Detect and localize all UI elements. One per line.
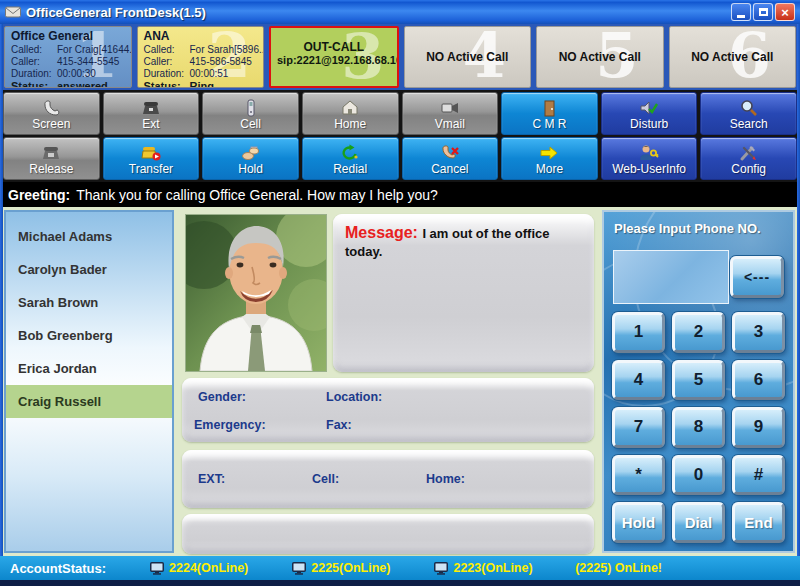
account-status-bar: AccountStatus: 2224(OnLine) 2225(OnLine)…: [0, 556, 800, 580]
call-panel-6[interactable]: 6 NO Active Call: [669, 26, 797, 88]
account-status-text: 2224(OnLine): [169, 561, 248, 575]
call-panel-1[interactable]: 1 Office General Called:For Craig[41644.…: [4, 26, 132, 88]
key-3[interactable]: 3: [732, 312, 785, 353]
key-4[interactable]: 4: [612, 360, 665, 401]
app-window: OfficeGeneral FrontDesk(1.5) × 1 Office …: [0, 0, 800, 586]
hold-key[interactable]: Hold: [612, 502, 665, 543]
end-key[interactable]: End: [732, 502, 785, 543]
redial-button[interactable]: Redial: [302, 137, 399, 180]
call-panel-3[interactable]: 3 OUT-CALL sip:2221@192.168.68.16: [269, 26, 399, 88]
button-label: Release: [29, 163, 73, 175]
arrow-right-icon: [539, 142, 559, 162]
transfer-button[interactable]: Transfer: [103, 137, 200, 180]
call-panel-2[interactable]: 2 ANA Called:For Sarah[5896.. Caller:415…: [137, 26, 265, 88]
button-label: More: [536, 163, 563, 175]
sip-address: sip:2221@192.168.68.16: [277, 54, 391, 66]
speaker-check-icon: [639, 97, 659, 117]
key-1[interactable]: 1: [612, 312, 665, 353]
message-label: Message:: [345, 224, 418, 241]
called-value: For Craig[41644..: [57, 44, 132, 55]
cellphone-icon: [241, 97, 261, 117]
home-icon: [340, 97, 360, 117]
contact-detail-panel: Message: I am out of the office today. G…: [178, 207, 596, 556]
button-label: Vmail: [435, 118, 465, 130]
status-value: Ring: [190, 80, 214, 88]
cmr-button[interactable]: C M R: [501, 92, 598, 135]
call-panel-4[interactable]: 4 NO Active Call: [404, 26, 532, 88]
main-area: Michael Adams Carolyn Bader Sarah Brown …: [0, 207, 800, 556]
key-star[interactable]: *: [612, 455, 665, 496]
info-panel-phones: EXT: Cell: Home:: [182, 450, 594, 508]
minimize-button[interactable]: [731, 3, 751, 21]
contact-item[interactable]: Erica Jordan: [6, 352, 172, 385]
home-button[interactable]: Home: [302, 92, 399, 135]
button-label: Redial: [333, 163, 367, 175]
phone-number-display[interactable]: [613, 250, 729, 304]
handset-cancel-icon: [440, 142, 460, 162]
duration-value: 00:00:51: [190, 68, 229, 79]
keypad-grid: 1 2 3 4 5 6 7 8 9 * 0 # Hold Dial End: [612, 312, 785, 543]
status-value: answered: [57, 80, 108, 88]
location-label: Location:: [326, 390, 382, 404]
contact-item[interactable]: Carolyn Bader: [6, 253, 172, 286]
handset-icon: [41, 97, 61, 117]
contact-item-selected[interactable]: Craig Russell: [6, 385, 172, 418]
contact-item[interactable]: Michael Adams: [6, 220, 172, 253]
call-panel-title: ANA: [144, 29, 258, 43]
contact-item[interactable]: Sarah Brown: [6, 286, 172, 319]
button-label: Transfer: [129, 163, 173, 175]
button-label: Search: [730, 118, 768, 130]
ext-button[interactable]: Ext: [103, 92, 200, 135]
cancel-button[interactable]: Cancel: [402, 137, 499, 180]
backspace-key[interactable]: <---: [730, 256, 784, 298]
button-label: Config: [731, 163, 766, 175]
button-label: Ext: [142, 118, 159, 130]
message-panel: Message: I am out of the office today.: [333, 214, 594, 372]
key-hash[interactable]: #: [732, 455, 785, 496]
key-5[interactable]: 5: [672, 360, 725, 401]
ext-label: EXT:: [198, 472, 225, 486]
caller-label: Caller:: [144, 56, 190, 68]
contact-item[interactable]: Bob Greenberg: [6, 319, 172, 352]
close-button[interactable]: ×: [775, 3, 795, 21]
button-label: Cancel: [431, 163, 468, 175]
duration-label: Duration:: [11, 68, 57, 80]
toolbar-row-2: Release Transfer Hold Redial Cancel More: [3, 137, 797, 180]
more-button[interactable]: More: [501, 137, 598, 180]
maximize-button[interactable]: [753, 3, 773, 21]
web-userinfo-button[interactable]: Web-UserInfo: [601, 137, 698, 180]
duration-label: Duration:: [144, 68, 190, 80]
call-line-panels: 1 Office General Called:For Craig[41644.…: [0, 24, 800, 90]
cell-button[interactable]: Cell: [202, 92, 299, 135]
search-button[interactable]: Search: [700, 92, 797, 135]
key-0[interactable]: 0: [672, 455, 725, 496]
status-label: Status:: [11, 80, 57, 88]
release-button[interactable]: Release: [3, 137, 100, 180]
config-button[interactable]: Config: [700, 137, 797, 180]
outcall-title: OUT-CALL: [277, 40, 391, 54]
window-frame-left: [0, 24, 3, 556]
call-panel-5[interactable]: 5 NO Active Call: [536, 26, 664, 88]
dial-key[interactable]: Dial: [672, 502, 725, 543]
video-camera-icon: [440, 97, 460, 117]
computer-icon: [434, 562, 448, 575]
key-8[interactable]: 8: [672, 407, 725, 448]
keypad-prompt: Please Input Phone NO.: [614, 221, 761, 236]
key-9[interactable]: 9: [732, 407, 785, 448]
key-2[interactable]: 2: [672, 312, 725, 353]
hold-button[interactable]: Hold: [202, 137, 299, 180]
key-6[interactable]: 6: [732, 360, 785, 401]
button-label: C M R: [532, 118, 566, 130]
disturb-button[interactable]: Disturb: [601, 92, 698, 135]
button-label: Hold: [238, 163, 263, 175]
called-label: Called:: [11, 44, 57, 56]
screen-button[interactable]: Screen: [3, 92, 100, 135]
called-label: Called:: [144, 44, 190, 56]
window-title: OfficeGeneral FrontDesk(1.5): [26, 5, 206, 20]
account-status-label: AccountStatus:: [10, 561, 106, 576]
vmail-button[interactable]: Vmail: [402, 92, 499, 135]
key-7[interactable]: 7: [612, 407, 665, 448]
greeting-bar: Greeting: Thank you for calling Office G…: [0, 182, 800, 207]
account-status-text: 2223(OnLine): [453, 561, 532, 575]
emergency-label: Emergency:: [194, 418, 266, 432]
